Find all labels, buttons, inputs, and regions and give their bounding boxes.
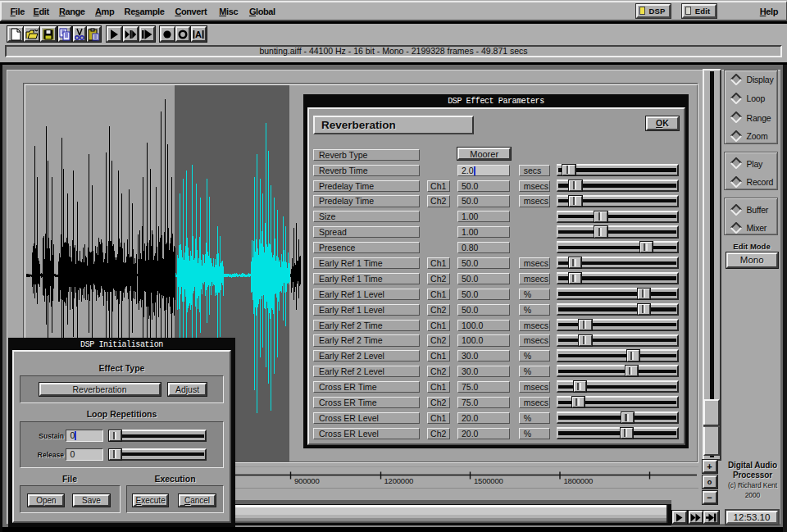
svg-text:A: A — [195, 30, 202, 39]
